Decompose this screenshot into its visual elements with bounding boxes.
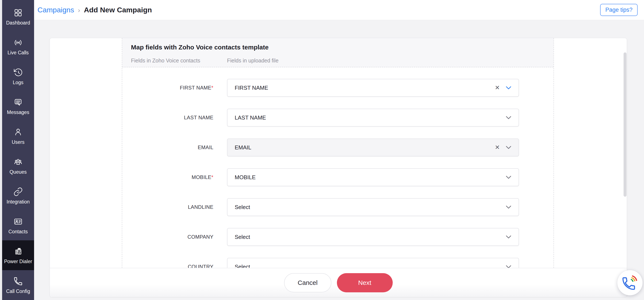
column-header-zoho-fields: Fields in Zoho Voice contacts xyxy=(131,58,200,64)
sidebar-item-label: Logs xyxy=(13,80,24,85)
dashboard-grid-icon xyxy=(13,8,23,18)
field-label: COUNTRY xyxy=(122,264,214,268)
sidebar-item-messages[interactable]: Messages xyxy=(2,91,34,121)
sidebar-item-queues[interactable]: Queues xyxy=(2,151,34,181)
sidebar-item-label: Dashboard xyxy=(6,21,30,25)
topbar: Campaigns › Add New Campaign Page tips? xyxy=(34,0,644,20)
field-label: COMPANY xyxy=(122,234,214,240)
column-headers: Fields in Zoho Voice contacts Fields in … xyxy=(131,58,554,64)
mapping-panel-header: Map fields with Zoho Voice contacts temp… xyxy=(122,38,554,67)
sidebar-item-contacts[interactable]: Contacts xyxy=(2,210,34,240)
zoho-voice-logo-icon xyxy=(622,275,638,291)
live-calls-broadcast-icon xyxy=(13,38,23,48)
clear-icon[interactable]: ✕ xyxy=(495,85,500,91)
dropdown-value: Select xyxy=(235,234,250,240)
users-person-icon xyxy=(13,127,23,137)
last-name-dropdown[interactable]: LAST NAME xyxy=(227,109,519,127)
integration-link-icon xyxy=(13,187,23,197)
call-config-phone-icon xyxy=(13,276,23,286)
field-label: LANDLINE xyxy=(122,204,214,210)
dropdown-value: LAST NAME xyxy=(235,114,266,121)
mapping-row-first-name: FIRST NAME* FIRST NAME ✕ xyxy=(122,79,554,97)
messages-chat-icon xyxy=(13,97,23,107)
contacts-card-icon xyxy=(13,217,23,226)
chevron-down-icon[interactable] xyxy=(506,116,511,119)
panel-title: Map fields with Zoho Voice contacts temp… xyxy=(131,44,554,51)
sidebar-item-label: Users xyxy=(12,140,24,145)
mapping-row-company: COMPANY Select xyxy=(122,228,554,246)
mapping-row-mobile: MOBILE* MOBILE xyxy=(122,168,554,186)
campaign-mapping-card: Map fields with Zoho Voice contacts temp… xyxy=(50,38,627,297)
next-button[interactable]: Next xyxy=(337,273,393,292)
app-window: Dashboard Live Calls Logs xyxy=(0,0,644,300)
landline-dropdown[interactable]: Select xyxy=(227,198,519,216)
sidebar-item-users[interactable]: Users xyxy=(2,121,34,151)
logs-history-icon xyxy=(13,68,23,77)
mobile-dropdown[interactable]: MOBILE xyxy=(227,168,519,186)
column-header-file-fields: Fields in uploaded file xyxy=(227,58,278,64)
breadcrumb-campaigns-link[interactable]: Campaigns xyxy=(38,6,74,14)
dropdown-value: MOBILE xyxy=(235,174,256,181)
country-dropdown[interactable]: Select xyxy=(227,258,519,268)
required-mark: * xyxy=(211,85,214,91)
chevron-down-icon[interactable] xyxy=(506,176,511,179)
sidebar-item-integration[interactable]: Integration xyxy=(2,181,34,210)
sidebar-item-call-config[interactable]: Call Config xyxy=(2,270,34,300)
page-tips-button[interactable]: Page tips? xyxy=(600,4,638,16)
breadcrumb-separator-icon: › xyxy=(78,6,80,14)
field-mapping-panel: Map fields with Zoho Voice contacts temp… xyxy=(122,38,554,268)
sidebar-item-label: Integration xyxy=(6,199,30,204)
sidebar-item-label: Contacts xyxy=(8,229,28,234)
sidebar-item-label: Live Calls xyxy=(8,50,29,55)
field-label: MOBILE* xyxy=(122,174,214,180)
field-label: FIRST NAME* xyxy=(122,85,214,91)
chevron-down-icon[interactable] xyxy=(506,265,511,268)
field-label: LAST NAME xyxy=(122,115,214,121)
window-edge xyxy=(0,0,2,300)
required-mark: * xyxy=(211,174,214,180)
chevron-down-icon[interactable] xyxy=(506,205,511,209)
chevron-down-icon[interactable] xyxy=(506,146,511,149)
mapping-row-country: COUNTRY Select xyxy=(122,258,554,268)
power-dialer-phone-icon xyxy=(13,246,23,256)
clear-icon[interactable]: ✕ xyxy=(495,144,500,150)
first-name-dropdown[interactable]: FIRST NAME ✕ xyxy=(227,79,519,97)
cancel-button[interactable]: Cancel xyxy=(284,273,331,292)
sidebar-item-label: Call Config xyxy=(6,289,30,294)
dropdown-value: EMAIL xyxy=(235,144,251,151)
sidebar-item-power-dialer[interactable]: Power Dialer xyxy=(2,240,34,270)
sidebar-item-live-calls[interactable]: Live Calls xyxy=(2,32,34,61)
dropdown-value: FIRST NAME xyxy=(235,85,268,91)
company-dropdown[interactable]: Select xyxy=(227,228,519,246)
chevron-down-icon[interactable] xyxy=(506,86,511,90)
sidebar-item-dashboard[interactable]: Dashboard xyxy=(2,2,34,32)
mapping-row-last-name: LAST NAME LAST NAME xyxy=(122,109,554,127)
zoho-voice-dialer-fab[interactable] xyxy=(618,270,642,295)
sidebar: Dashboard Live Calls Logs xyxy=(2,0,34,300)
sidebar-item-label: Power Dialer xyxy=(4,259,32,264)
breadcrumb-current-page: Add New Campaign xyxy=(84,6,152,14)
dropdown-value: Select xyxy=(235,204,250,210)
wizard-footer: Cancel Next xyxy=(50,268,627,297)
sidebar-item-label: Queues xyxy=(10,170,27,174)
sidebar-item-logs[interactable]: Logs xyxy=(2,61,34,91)
scrollbar-thumb[interactable] xyxy=(624,52,626,197)
mapping-rows: FIRST NAME* FIRST NAME ✕ LAST NAME LAST … xyxy=(122,67,554,268)
queues-group-icon xyxy=(13,157,23,167)
dropdown-value: Select xyxy=(235,263,250,268)
sidebar-item-label: Messages xyxy=(7,110,30,115)
chevron-down-icon[interactable] xyxy=(506,235,511,239)
mapping-row-landline: LANDLINE Select xyxy=(122,198,554,216)
field-label: EMAIL xyxy=(122,144,214,150)
email-dropdown[interactable]: EMAIL ✕ xyxy=(227,139,519,156)
mapping-row-email: EMAIL EMAIL ✕ xyxy=(122,139,554,156)
